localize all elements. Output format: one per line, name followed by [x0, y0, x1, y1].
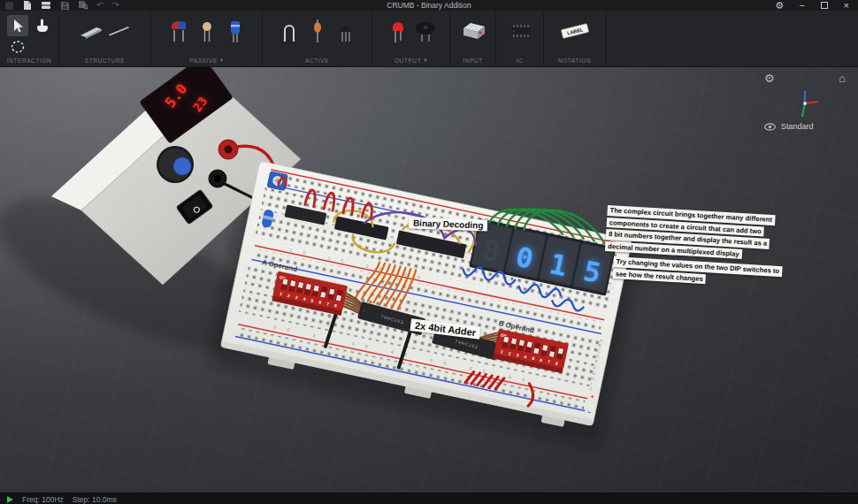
toolbar-section-passive: PASSIVE▾ [151, 11, 263, 66]
diode-tool-button[interactable] [304, 14, 331, 50]
breadboard[interactable]: 10 15 20 25 30 35 40 45 50 55 60 ABCDE F… [219, 148, 635, 432]
led-tool-button[interactable] [384, 14, 410, 50]
electrolytic-capacitor-icon [226, 19, 244, 44]
wire-icon [107, 20, 132, 43]
new-file-icon[interactable] [22, 1, 33, 10]
switch-icon [460, 19, 486, 44]
close-button[interactable]: × [844, 1, 849, 10]
open-file-icon[interactable] [41, 1, 51, 10]
diode-icon [309, 19, 326, 44]
wire-tool-button[interactable] [106, 14, 133, 50]
toolbar-section-input: INPUT [450, 11, 496, 66]
toolbar-section-structure: STRUCTURE [59, 11, 151, 66]
toolbar-label-ic: IC [517, 57, 524, 66]
electrolytic-capacitor-tool-button[interactable] [222, 14, 249, 50]
output-dropdown-caret: ▾ [424, 57, 427, 64]
transistor-icon [336, 19, 356, 44]
home-view-icon[interactable]: ⌂ [839, 73, 846, 85]
poke-tool-button[interactable] [30, 14, 53, 35]
undo-icon[interactable]: ↶ [96, 1, 103, 10]
info-annotation[interactable]: The complex circuit brings together many… [605, 205, 775, 263]
settings-gear-icon[interactable]: ⚙ [775, 1, 784, 10]
viewport-settings-gear-icon[interactable]: ⚙ [764, 73, 775, 85]
component-toolbar: INTERACTION STRUCTURE [0, 11, 858, 67]
toolbar-label-structure: STRUCTURE [85, 57, 125, 66]
window-title: CRUMB - Binary Addition [0, 1, 858, 10]
maximize-button[interactable] [821, 2, 828, 9]
3d-viewport[interactable]: 5.0 23 [0, 67, 858, 493]
cursor-tool-button[interactable] [7, 15, 28, 36]
toolbar-section-notation: LABEL NOTATION [544, 11, 606, 66]
select-area-tool-button[interactable] [7, 37, 28, 57]
bent-wire-icon [280, 19, 299, 44]
toolbar-label-interaction: INTERACTION [7, 57, 52, 66]
titlebar: ↶ ↷ CRUMB - Binary Addition ⚙ – × [0, 0, 858, 11]
breadboard-tool-button[interactable] [78, 14, 104, 50]
transistor-tool-button[interactable] [333, 14, 359, 50]
lasso-select-icon [10, 40, 26, 54]
jumper-tool-button[interactable] [276, 14, 303, 50]
hand-pointer-icon [34, 17, 50, 33]
sim-frequency: Freq: 100Hz [22, 495, 64, 504]
ceramic-capacitor-tool-button[interactable] [194, 14, 220, 50]
label-tool-button[interactable]: LABEL [555, 14, 594, 50]
toolbar-section-active: ACTIVE [263, 11, 372, 66]
view-mode-eye-icon[interactable] [764, 123, 776, 131]
breadboard-icon [79, 20, 103, 43]
sim-step: Step: 10.0ms [73, 495, 117, 504]
toolbar-section-ic: IC [496, 11, 544, 66]
app-icon [4, 1, 14, 10]
passive-dropdown-caret: ▾ [220, 57, 224, 64]
statusbar: Freq: 100Hz Step: 10.0ms [0, 493, 858, 504]
supply-knob[interactable] [157, 146, 194, 183]
crumb-app-window: ↶ ↷ CRUMB - Binary Addition ⚙ – × [0, 0, 858, 504]
minimize-button[interactable]: – [800, 1, 805, 10]
toolbar-label-active: ACTIVE [305, 57, 329, 66]
simulation-play-icon[interactable] [7, 496, 13, 503]
redo-icon[interactable]: ↷ [111, 1, 119, 10]
ceramic-capacitor-icon [197, 19, 217, 44]
save-as-icon[interactable] [78, 1, 88, 10]
cursor-icon [10, 18, 26, 34]
save-icon[interactable] [59, 1, 70, 10]
switch-tool-button[interactable] [460, 14, 486, 50]
toolbar-label-passive: PASSIVE▾ [189, 57, 223, 66]
resistor-icon [168, 19, 189, 44]
toolbar-label-output: OUTPUT▾ [395, 57, 427, 66]
toolbar-section-output: OUTPUT▾ [372, 11, 450, 66]
led-icon [388, 19, 406, 44]
toolbar-section-interaction: INTERACTION [0, 11, 59, 66]
toolbar-label-input: INPUT [463, 57, 483, 66]
viewport-controls: ⚙ ⌂ Standard [764, 73, 846, 131]
toolbar-label-notation: NOTATION [558, 57, 591, 66]
orientation-gizmo[interactable] [788, 87, 822, 120]
label-tag-icon: LABEL [557, 19, 593, 44]
resistor-tool-button[interactable] [165, 14, 192, 50]
buzzer-tool-button[interactable] [412, 14, 439, 50]
titlebar-menu-icons: ↶ ↷ [0, 0, 119, 11]
buzzer-icon [413, 19, 438, 44]
supply-positive-terminal[interactable] [218, 140, 238, 159]
ic-tool-button[interactable] [507, 14, 533, 50]
view-mode-label[interactable]: Standard [781, 122, 814, 131]
ic-chip-icon [507, 19, 533, 44]
